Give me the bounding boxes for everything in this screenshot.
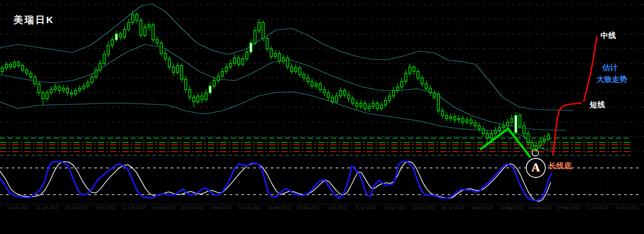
candle-body [409,67,411,73]
candle-body [124,29,126,37]
candle-body [503,126,505,128]
candle-body [91,77,93,82]
x-axis-date-label: 21 Jan 2013 [36,205,58,210]
candle-body [437,94,440,111]
x-axis-date-label: 8 Apr 2013 [356,205,376,210]
candle-body [332,97,334,102]
red-short-term-projection-line [553,103,581,154]
candle-body [380,105,383,109]
candle-body [152,25,154,40]
x-axis-date-label: 18 Mar 2013 [268,205,291,210]
candle-body [283,58,285,61]
candle-body [270,49,273,57]
candle-body [246,52,248,59]
candle-body [120,34,122,37]
chart-title: 美瑞日K [14,15,54,24]
candle-body [413,67,415,72]
candle-body [18,62,20,66]
candle-body [535,146,538,149]
candle-body [384,100,387,105]
x-axis-date-label: 11 Feb 2013 [123,205,145,210]
candle-body [279,53,281,61]
candle-body [209,86,211,93]
candle-body [295,68,297,72]
candle-body [87,82,89,86]
candle-body [226,67,228,72]
candle-body [197,96,199,102]
candle-body [429,88,432,93]
candle-body [299,68,301,75]
candle-body [185,79,187,90]
estimate-annotation-label-line1: 估计 [602,64,618,72]
chart-canvas[interactable] [0,0,644,234]
candle-body [344,91,346,95]
candle-body [543,139,546,141]
candle-body [368,106,370,109]
candle-body [136,14,138,20]
candle-body [230,63,232,67]
candle-body [95,70,97,77]
candle-body [189,90,191,97]
candle-body [291,67,293,72]
candle-body [311,81,313,86]
candle-body [356,103,358,106]
candle-body [393,91,395,96]
candle-body [34,77,36,84]
candle-body [519,115,521,126]
candle-body [348,95,350,99]
candle-body [327,93,330,97]
red-mid-term-projection-line [584,36,597,101]
candle-body [46,93,48,99]
x-axis-date-label: 11 Mar 2013 [239,205,261,210]
candle-body [50,90,53,93]
candle-body [458,119,460,120]
x-axis-date-label: 10 Jun 2013 [615,205,638,210]
candle-body [156,40,159,43]
candle-body [539,141,542,146]
bollinger-lower-line [0,92,552,150]
candle-body [67,88,69,93]
x-axis-date-label: 18 Feb 2013 [152,205,175,210]
x-axis-date-label: 13 May 2013 [499,205,523,210]
candle-body [144,27,146,35]
candle-body [164,53,167,59]
candle-body [79,88,81,91]
x-axis-date-label: 15 Apr 2013 [384,205,406,210]
mid-line-annotation-label: 中线 [601,32,616,39]
candle-body [405,73,407,81]
x-axis-date-label: 27 May 2013 [557,205,581,210]
candle-body [168,59,171,67]
candle-body [389,96,391,100]
candle-body [1,68,4,72]
x-axis-date-label: 29 Apr 2013 [442,205,464,210]
candle-body [303,75,305,78]
x-axis-date-label: 1 Apr 2013 [327,205,347,210]
candle-body [401,81,403,87]
candle-body [417,72,419,78]
x-axis-date-label: 3 Jun 2013 [588,205,608,210]
candle-body [111,40,114,45]
candle-body [323,90,326,93]
candle-body [397,87,399,91]
candle-body [234,58,236,63]
candle-body [446,115,448,119]
candle-body [54,87,57,90]
candle-body [42,93,44,99]
x-axis-date-label: 28 Jan 2013 [65,205,87,210]
candle-body [421,78,423,84]
candle-body [450,117,452,119]
candle-body [71,93,73,94]
x-axis-date-label: 20 May 2013 [528,205,552,210]
candle-body [30,73,32,77]
candle-body [75,91,77,94]
candle-body [319,84,322,90]
candle-body [58,87,61,91]
candle-body [221,72,224,76]
candle-body [523,126,525,134]
candle-body [140,20,142,35]
candle-body [160,43,163,53]
candle-body [336,96,338,102]
candle-body [103,54,106,63]
x-axis-date-label: 6 May 2013 [471,205,492,210]
candle-body [128,23,130,29]
